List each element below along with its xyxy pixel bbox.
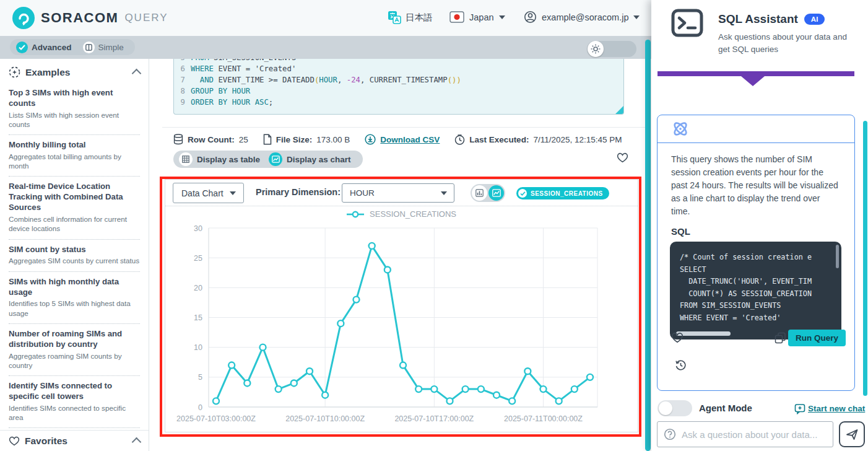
soracom-query-app: SORACOM QUERY 日本語 Japan example@soracom.…: [0, 0, 868, 451]
mode-simple[interactable]: Simple: [79, 42, 128, 53]
question-input-placeholder: Ask a question about your data...: [682, 429, 817, 440]
example-list-item[interactable]: Monthly billing totalAggregates total bi…: [9, 135, 140, 177]
clock-icon: [454, 134, 465, 145]
primary-dimension-label: Primary Dimension:: [256, 187, 341, 197]
svg-text:20: 20: [194, 284, 202, 292]
mode-advanced[interactable]: Advanced: [12, 42, 76, 53]
chevron-down-icon: [633, 15, 640, 19]
example-list-item[interactable]: Number of roaming SIMs and distribution …: [9, 324, 140, 376]
assistant-code-block[interactable]: /* Count of session creation eSELECT DAT…: [670, 242, 841, 339]
toolbar: Advanced Simple: [0, 36, 651, 59]
editor-mode-toggle: Advanced Simple: [10, 39, 135, 55]
japan-flag-icon: [449, 11, 464, 24]
chart-controls: Data Chart Primary Dimension: HOUR: [165, 180, 638, 206]
svg-text:30: 30: [194, 224, 202, 233]
chevron-down-icon: [230, 191, 236, 195]
divider: [162, 127, 645, 128]
chevron-down-icon: [441, 191, 447, 195]
account-menu[interactable]: example@soracom.jp: [524, 11, 640, 24]
question-circle-icon: [664, 428, 676, 440]
example-subtitle: Identifies SIMs connected to specific ar…: [9, 403, 140, 422]
history-button[interactable]: [675, 359, 687, 371]
series-badge[interactable]: SESSION_CREATIONS: [516, 187, 609, 199]
primary-dimension-select[interactable]: HOUR: [342, 183, 454, 203]
start-new-chat-link[interactable]: Start new chat: [808, 404, 865, 413]
query-workspace: 5FROM SIM_SESSION_EVENTS6WHERE EVENT = '…: [149, 59, 645, 451]
legend-label: SESSION_CREATIONS: [370, 209, 456, 219]
chart-kind-toggle: [471, 184, 505, 202]
examples-icon: [9, 66, 20, 78]
example-subtitle: Combines cell information for current de…: [9, 214, 140, 233]
line-chart-button[interactable]: [488, 185, 504, 201]
agent-mode-toggle[interactable]: [658, 400, 692, 416]
example-title: Real-time Device Location Tracking with …: [9, 182, 140, 213]
example-list-item[interactable]: Real-time Device Location Tracking with …: [9, 177, 140, 239]
display-as-table-button[interactable]: Display as table: [176, 152, 263, 166]
display-as-chart-button[interactable]: Display as chart: [266, 152, 354, 166]
heart-icon: [617, 152, 628, 163]
example-subtitle: Aggregates total billing amounts by mont…: [9, 152, 140, 170]
chart-legend[interactable]: SESSION_CREATIONS: [165, 209, 638, 219]
examples-sidebar: Examples Top 3 SIMs with high event coun…: [0, 59, 149, 451]
assistant-message: This query shows the number of SIM sessi…: [671, 153, 841, 218]
main-app: SORACOM QUERY 日本語 Japan example@soracom.…: [0, 0, 651, 451]
favorites-section-header[interactable]: Favorites: [0, 430, 149, 451]
sql-editor-lines: 5FROM SIM_SESSION_EVENTS6WHERE EVENT = '…: [174, 59, 623, 108]
collapse-icon[interactable]: [132, 437, 142, 447]
app-name: QUERY: [124, 12, 168, 24]
run-query-button[interactable]: Run Query: [788, 330, 846, 346]
svg-text:10: 10: [194, 343, 202, 352]
example-title: Identify SIMs connected to specific cell…: [9, 381, 140, 402]
agent-mode-label: Agent Mode: [699, 403, 752, 413]
chevron-down-icon: [499, 15, 505, 19]
session-chart: 0510152025302025-07-10T03:00:00Z2025-07-…: [168, 221, 636, 428]
assistant-scrollbar[interactable]: [863, 121, 867, 396]
svg-text:25: 25: [194, 254, 202, 263]
code-vertical-scrollbar[interactable]: [836, 245, 839, 268]
collapse-icon[interactable]: [132, 69, 142, 79]
example-list-item[interactable]: SIM count by statusAggregates SIM counts…: [9, 240, 140, 272]
example-title: Monthly billing total: [9, 140, 140, 151]
example-list: Top 3 SIMs with high event countsLists S…: [0, 83, 149, 451]
user-icon: [524, 11, 537, 24]
atom-icon: [671, 120, 690, 138]
heart-icon: [9, 436, 20, 446]
examples-section-header[interactable]: Examples: [0, 59, 149, 83]
coverage-selector[interactable]: Japan: [449, 11, 505, 24]
example-subtitle: Lists SIMs with high session event count…: [9, 110, 140, 129]
coverage-label: Japan: [469, 12, 494, 22]
example-list-item[interactable]: SIMs with high monthly data usageIdentif…: [9, 272, 140, 324]
terminal-icon: [671, 9, 703, 37]
assistant-card-header: [658, 115, 854, 143]
example-list-item[interactable]: Identify SIMs connected to specific cell…: [9, 376, 140, 428]
theme-toggle[interactable]: [587, 41, 636, 57]
example-list-item[interactable]: Top 3 SIMs with high event countsLists S…: [9, 83, 140, 135]
favorite-query-button[interactable]: [671, 332, 684, 343]
editor-resize-handle[interactable]: [615, 106, 623, 114]
check-circle-icon: [16, 42, 28, 53]
svg-text:5: 5: [198, 373, 202, 382]
row-count: Row Count: 25: [173, 134, 248, 145]
toggle-knob: [659, 401, 672, 415]
display-toggle-row: Display as table Display as chart: [173, 151, 624, 168]
chart-type-select[interactable]: Data Chart: [173, 183, 244, 203]
copy-button[interactable]: [775, 332, 786, 344]
svg-text:2025-07-10T17:00:00Z: 2025-07-10T17:00:00Z: [394, 414, 474, 423]
favorite-button[interactable]: [617, 152, 628, 163]
language-switcher[interactable]: 日本語: [388, 11, 433, 24]
download-csv[interactable]: Download CSV: [365, 134, 440, 145]
send-button[interactable]: [839, 421, 865, 447]
translate-icon: [388, 11, 401, 24]
sql-editor[interactable]: 5FROM SIM_SESSION_EVENTS6WHERE EVENT = '…: [173, 59, 624, 115]
example-title: SIM count by status: [9, 245, 140, 255]
svg-text:2025-07-10T03:00:00Z: 2025-07-10T03:00:00Z: [176, 414, 256, 423]
main-scrollbar[interactable]: [645, 40, 651, 451]
question-input[interactable]: Ask a question about your data...: [657, 421, 833, 447]
soracom-logo-icon: [12, 7, 35, 29]
file-icon: [263, 134, 272, 145]
bar-chart-button[interactable]: [472, 185, 487, 201]
assistant-accent-bar: [658, 71, 854, 76]
app-header: SORACOM QUERY 日本語 Japan example@soracom.…: [0, 0, 651, 37]
legend-marker-icon: [347, 211, 364, 218]
download-csv-link[interactable]: Download CSV: [380, 135, 440, 144]
